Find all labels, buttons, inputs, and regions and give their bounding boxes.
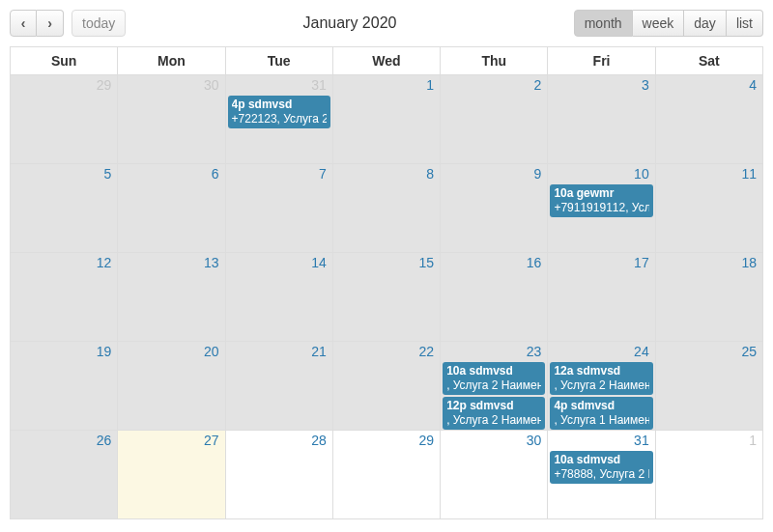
calendar-event[interactable]: 4p sdmvsd, Услуга 1 Наимено bbox=[550, 397, 652, 430]
day-number[interactable]: 1 bbox=[656, 431, 762, 450]
day-cell[interactable]: 17 bbox=[548, 253, 655, 341]
day-header: Fri bbox=[548, 47, 655, 74]
day-number[interactable]: 23 bbox=[441, 342, 547, 361]
day-number[interactable]: 28 bbox=[226, 431, 332, 450]
day-cell[interactable]: 3110a sdmvsd+78888, Услуга 2 Н bbox=[548, 431, 655, 518]
day-number[interactable]: 12 bbox=[11, 253, 117, 272]
day-cell[interactable]: 28 bbox=[226, 431, 333, 518]
day-number[interactable]: 7 bbox=[226, 164, 332, 183]
day-cell[interactable]: 22 bbox=[333, 342, 441, 430]
day-cell[interactable]: 26 bbox=[10, 431, 118, 518]
prev-button[interactable]: ‹ bbox=[10, 10, 37, 37]
day-cell[interactable]: 12 bbox=[10, 253, 118, 341]
day-cell[interactable]: 4 bbox=[656, 75, 763, 163]
day-cell[interactable]: 18 bbox=[656, 253, 763, 341]
day-cell[interactable]: 25 bbox=[656, 342, 763, 430]
day-cell[interactable]: 20 bbox=[118, 342, 225, 430]
day-number[interactable]: 10 bbox=[548, 164, 654, 183]
chevron-left-icon: ‹ bbox=[21, 15, 26, 31]
event-title: sdmvsd bbox=[577, 453, 620, 466]
day-number[interactable]: 29 bbox=[333, 431, 440, 450]
week-row: 567891010a gewmr+7911919112, Услуг11 bbox=[10, 164, 763, 253]
today-button[interactable]: today bbox=[72, 10, 126, 37]
day-number[interactable]: 4 bbox=[656, 75, 762, 95]
day-cell[interactable]: 3 bbox=[548, 75, 655, 163]
day-cell[interactable]: 2310a sdmvsd, Услуга 2 Наимено12p sdmvsd… bbox=[441, 342, 548, 430]
day-cell[interactable]: 19 bbox=[10, 342, 118, 430]
next-button[interactable]: › bbox=[37, 10, 64, 37]
day-number[interactable]: 30 bbox=[118, 75, 224, 95]
day-header: Tue bbox=[226, 47, 333, 74]
view-list-button[interactable]: list bbox=[727, 10, 763, 37]
day-number[interactable]: 31 bbox=[548, 431, 654, 450]
day-cell[interactable]: 30 bbox=[118, 75, 225, 163]
nav-button-group: ‹ › bbox=[10, 10, 64, 37]
day-cell[interactable]: 16 bbox=[441, 253, 548, 341]
day-cell[interactable]: 7 bbox=[226, 164, 333, 252]
calendar-event[interactable]: 4p sdmvsd+722123, Услуга 2 Н bbox=[228, 96, 330, 128]
day-cell[interactable]: 21 bbox=[226, 342, 333, 430]
day-number[interactable]: 9 bbox=[441, 164, 547, 183]
day-cell[interactable]: 15 bbox=[333, 253, 441, 341]
chevron-right-icon: › bbox=[47, 15, 52, 31]
calendar-event[interactable]: 10a sdmvsd, Услуга 2 Наимено bbox=[443, 362, 545, 395]
day-cell[interactable]: 11 bbox=[656, 164, 763, 252]
event-time: 12p bbox=[446, 399, 467, 412]
day-cell[interactable]: 9 bbox=[441, 164, 548, 252]
view-day-button[interactable]: day bbox=[684, 10, 727, 37]
day-cell[interactable]: 30 bbox=[441, 431, 548, 518]
day-number[interactable]: 6 bbox=[118, 164, 224, 183]
day-number[interactable]: 3 bbox=[548, 75, 654, 95]
day-cell[interactable]: 1 bbox=[333, 75, 441, 163]
day-number[interactable]: 15 bbox=[333, 253, 440, 272]
day-number[interactable]: 22 bbox=[333, 342, 440, 361]
day-number[interactable]: 27 bbox=[118, 431, 224, 450]
day-number[interactable]: 21 bbox=[226, 342, 332, 361]
day-cell[interactable]: 27 bbox=[118, 431, 225, 518]
day-number[interactable]: 25 bbox=[656, 342, 762, 361]
day-cell[interactable]: 29 bbox=[333, 431, 441, 518]
event-subtitle: , Услуга 2 Наимено bbox=[554, 378, 648, 393]
day-cell[interactable]: 29 bbox=[10, 75, 118, 163]
day-cell[interactable]: 314p sdmvsd+722123, Услуга 2 Н bbox=[226, 75, 333, 163]
day-number[interactable]: 29 bbox=[11, 75, 117, 95]
day-cell[interactable]: 1010a gewmr+7911919112, Услуг bbox=[548, 164, 655, 252]
day-number[interactable]: 19 bbox=[11, 342, 117, 361]
view-week-button[interactable]: week bbox=[633, 10, 685, 37]
event-subtitle: +7911919112, Услуг bbox=[554, 201, 648, 215]
day-number[interactable]: 26 bbox=[11, 431, 117, 450]
week-row: 2930314p sdmvsd+722123, Услуга 2 Н1234 bbox=[10, 75, 763, 164]
day-number[interactable]: 5 bbox=[11, 164, 117, 183]
day-cell[interactable]: 8 bbox=[333, 164, 441, 252]
day-cell[interactable]: 1 bbox=[656, 431, 763, 518]
day-cell[interactable]: 5 bbox=[10, 164, 118, 252]
day-number[interactable]: 17 bbox=[548, 253, 654, 272]
day-number[interactable]: 8 bbox=[333, 164, 440, 183]
event-time: 4p bbox=[232, 98, 245, 111]
event-line1: 10a gewmr bbox=[554, 186, 648, 201]
day-number[interactable]: 13 bbox=[118, 253, 224, 272]
day-number[interactable]: 18 bbox=[656, 253, 762, 272]
day-cell[interactable]: 14 bbox=[226, 253, 333, 341]
day-cell[interactable]: 6 bbox=[118, 164, 225, 252]
day-number[interactable]: 30 bbox=[441, 431, 547, 450]
calendar-event[interactable]: 12a sdmvsd, Услуга 2 Наимено bbox=[550, 362, 652, 395]
day-number[interactable]: 31 bbox=[226, 75, 332, 95]
event-subtitle: +78888, Услуга 2 Н bbox=[554, 467, 648, 482]
day-cell[interactable]: 2412a sdmvsd, Услуга 2 Наимено4p sdmvsd,… bbox=[548, 342, 655, 430]
day-number[interactable]: 16 bbox=[441, 253, 547, 272]
day-cell[interactable]: 13 bbox=[118, 253, 225, 341]
view-month-button[interactable]: month bbox=[574, 10, 633, 37]
day-cell[interactable]: 2 bbox=[441, 75, 548, 163]
event-line1: 4p sdmvsd bbox=[232, 98, 327, 112]
day-number[interactable]: 2 bbox=[441, 75, 547, 95]
calendar-event[interactable]: 10a sdmvsd+78888, Услуга 2 Н bbox=[550, 451, 652, 484]
day-number[interactable]: 14 bbox=[226, 253, 332, 272]
calendar-event[interactable]: 12p sdmvsd, Услуга 2 Наимено bbox=[443, 397, 545, 430]
day-number[interactable]: 20 bbox=[118, 342, 224, 361]
day-number[interactable]: 24 bbox=[548, 342, 654, 361]
day-number[interactable]: 11 bbox=[656, 164, 762, 183]
day-number[interactable]: 1 bbox=[333, 75, 440, 95]
calendar-event[interactable]: 10a gewmr+7911919112, Услуг bbox=[550, 184, 652, 217]
day-header: Mon bbox=[118, 47, 225, 74]
